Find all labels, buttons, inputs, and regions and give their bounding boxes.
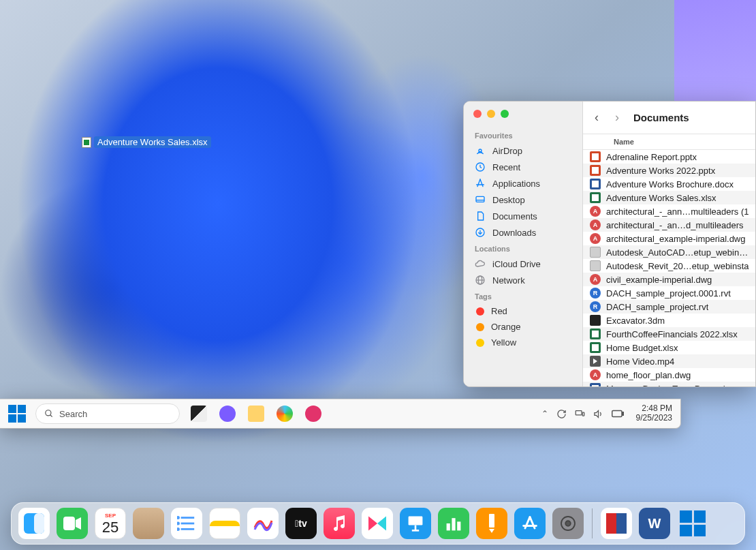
xlsx-icon <box>590 329 601 339</box>
svg-rect-35 <box>452 518 455 530</box>
dock-contacts[interactable] <box>133 508 164 539</box>
rvt-icon <box>590 301 601 312</box>
dock-music[interactable] <box>324 508 355 539</box>
svg-rect-5 <box>476 196 484 202</box>
sidebar-item-label: Red <box>491 306 507 316</box>
sidebar-item-label: Downloads <box>492 228 536 238</box>
sidebar-item-desktop[interactable]: Desktop <box>464 192 582 208</box>
mp4-icon <box>590 356 601 367</box>
sidebar-item-icloud-drive[interactable]: iCloud Drive <box>464 256 582 272</box>
file-row[interactable]: Adrenaline Report.pptx <box>583 150 755 164</box>
finder-file-list[interactable]: Adrenaline Report.pptxAdventure Works 20… <box>583 150 755 386</box>
desktop-icon <box>475 194 486 205</box>
finder-toolbar: ‹ › Documents <box>583 102 755 134</box>
file-name: Adventure Works Sales.xlsx <box>606 193 716 203</box>
svg-marker-38 <box>489 529 494 533</box>
file-row[interactable]: Excavator.3dm <box>583 314 755 327</box>
dock-numbers[interactable] <box>438 508 469 539</box>
desktop-file-adventure-works-sales[interactable]: Adventure Works Sales.xlsx <box>82 136 211 148</box>
file-row[interactable]: DACH_sample_project.0001.rvt <box>583 286 755 300</box>
dock-notes[interactable] <box>209 508 240 539</box>
file-row[interactable]: Home Budget.xlsx <box>583 341 755 354</box>
forward-button[interactable]: › <box>613 110 621 125</box>
sidebar-item-downloads[interactable]: Downloads <box>464 224 582 241</box>
dock-news[interactable] <box>362 508 393 539</box>
downloads-icon <box>475 227 486 238</box>
dock-reminders[interactable] <box>171 508 202 539</box>
dock-finder[interactable] <box>18 508 50 539</box>
file-row[interactable]: Adventure Works Brochure.docx <box>583 177 755 191</box>
sidebar-item-applications[interactable]: Applications <box>464 175 582 192</box>
sidebar-item-airdrop[interactable]: AirDrop <box>464 142 582 159</box>
file-row[interactable]: Autodesk_Revit_20…etup_webinsta <box>583 259 755 273</box>
zoom-button[interactable] <box>501 110 509 118</box>
file-row[interactable]: architectural_-_an…d_multileaders <box>583 218 755 232</box>
minimize-button[interactable] <box>487 110 495 118</box>
svg-rect-17 <box>612 411 621 417</box>
dock-keynote[interactable] <box>400 508 431 539</box>
dock-freeform[interactable] <box>247 508 279 539</box>
file-row[interactable]: civil_example-imperial.dwg <box>583 273 755 286</box>
dock-pages[interactable] <box>476 508 507 539</box>
tag-dot-icon <box>476 323 484 331</box>
devices-icon[interactable] <box>575 409 585 419</box>
desktop-file-label: Adventure Works Sales.xlsx <box>94 136 211 148</box>
column-header-name[interactable]: Name <box>583 134 755 150</box>
svg-rect-36 <box>457 521 460 530</box>
file-name: architectural_example-imperial.dwg <box>606 234 745 244</box>
window-controls <box>464 110 582 127</box>
tray-chevron-icon[interactable]: ⌃ <box>541 409 548 418</box>
back-button[interactable]: ‹ <box>593 110 601 125</box>
sidebar-item-documents[interactable]: Documents <box>464 208 582 224</box>
file-name: FourthCoffeeFinancials 2022.xlsx <box>606 329 738 339</box>
battery-icon[interactable] <box>612 410 624 418</box>
svg-rect-34 <box>447 523 450 530</box>
svg-point-43 <box>565 521 571 526</box>
taskbar-clock[interactable]: 2:48 PM 9/25/2023 <box>636 404 672 423</box>
dock-windows-vm[interactable] <box>677 508 708 539</box>
svg-point-28 <box>177 528 178 530</box>
close-button[interactable] <box>473 110 482 118</box>
threedm-icon <box>590 315 601 326</box>
teams-icon[interactable] <box>219 406 236 422</box>
volume-icon[interactable] <box>593 409 603 419</box>
dock-parallels[interactable] <box>601 508 632 539</box>
dock-word[interactable]: W <box>639 508 670 539</box>
windows-taskbar: Search ⌃ 2:48 PM 9/25/2023 <box>0 399 681 429</box>
file-name: architectural_-_an…d_multileaders <box>606 220 744 230</box>
sidebar-tag-orange[interactable]: Orange <box>464 319 582 335</box>
svg-marker-22 <box>76 517 81 530</box>
sidebar-item-label: Orange <box>491 322 520 332</box>
sidebar-item-label: Recent <box>492 162 520 172</box>
dock-tv[interactable]: tv <box>285 508 317 539</box>
sidebar-tag-yellow[interactable]: Yellow <box>464 335 582 350</box>
sidebar-item-recent[interactable]: Recent <box>464 159 582 175</box>
app-icon[interactable] <box>305 406 321 422</box>
task-view-button[interactable] <box>191 406 207 422</box>
dock-appstore[interactable] <box>514 508 546 539</box>
file-row[interactable]: Adventure Works Sales.xlsx <box>583 191 755 204</box>
edge-icon[interactable] <box>277 406 293 422</box>
dock-facetime[interactable] <box>57 508 88 539</box>
sync-icon[interactable] <box>556 409 567 419</box>
file-explorer-icon[interactable] <box>248 406 264 422</box>
pptx-icon <box>590 151 601 162</box>
sidebar-item-network[interactable]: Network <box>464 272 582 288</box>
file-row[interactable]: Adventure Works 2022.pptx <box>583 164 755 177</box>
dock-calendar[interactable]: SEP25 <box>95 508 126 539</box>
taskbar-search[interactable]: Search <box>35 403 180 424</box>
file-row[interactable]: Autodesk_AutoCAD…etup_webinsta <box>583 245 755 259</box>
sidebar-tag-red[interactable]: Red <box>464 303 582 319</box>
file-row[interactable]: home_floor_plan.dwg <box>583 368 755 382</box>
icloud-icon <box>475 258 486 269</box>
file-row[interactable]: architectural_example-imperial.dwg <box>583 232 755 245</box>
file-row[interactable]: Home Video.mp4 <box>583 354 755 368</box>
dock-settings[interactable] <box>552 508 584 539</box>
file-row[interactable]: FourthCoffeeFinancials 2022.xlsx <box>583 327 755 341</box>
tag-dot-icon <box>476 307 484 316</box>
file-row[interactable]: Museum Design Term Paper.docx <box>583 382 755 386</box>
start-button[interactable] <box>8 405 26 423</box>
file-row[interactable]: DACH_sample_project.rvt <box>583 300 755 314</box>
file-row[interactable]: architectural_-_ann…multileaders (1 <box>583 204 755 218</box>
svg-rect-45 <box>606 513 616 534</box>
